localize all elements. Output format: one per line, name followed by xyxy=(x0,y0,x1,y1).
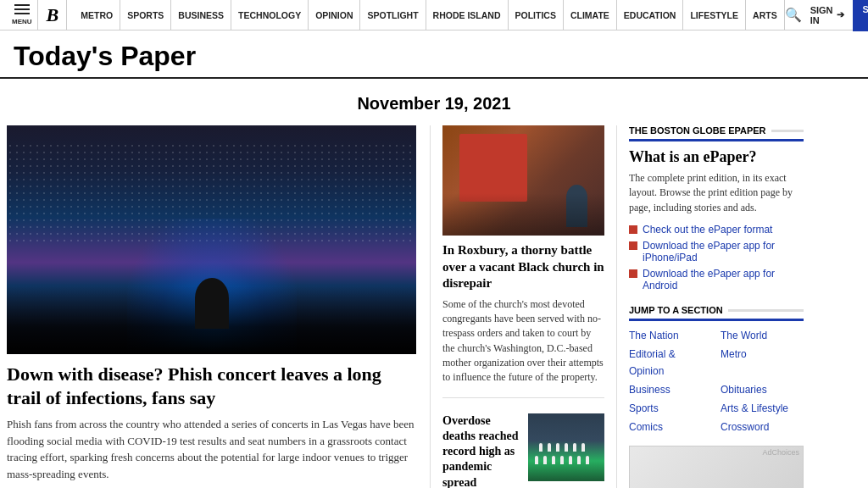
menu-label: MENU xyxy=(12,18,32,25)
nav-lifestyle[interactable]: LIFESTYLE xyxy=(683,0,746,30)
article2-text: Overdose deaths reached record high as p… xyxy=(442,413,521,488)
top-navigation: MENU B METRO SPORTS BUSINESS TECHNOLOGY … xyxy=(0,0,868,30)
grave xyxy=(577,456,581,464)
grave xyxy=(539,443,542,452)
grave xyxy=(565,443,568,452)
epaper-link-format[interactable]: Check out the ePaper format xyxy=(629,224,804,236)
sign-in-button[interactable]: SIGN IN ➔ xyxy=(810,5,844,25)
grave xyxy=(573,443,576,452)
nav-technology[interactable]: TECHNOLOGY xyxy=(231,0,309,30)
image-overlay xyxy=(442,193,604,236)
grave xyxy=(569,456,572,464)
red-square-icon xyxy=(629,269,637,278)
jump-links-grid: The Nation The World Editorial & Opinion… xyxy=(629,328,804,435)
grave xyxy=(535,456,538,464)
nav-opinion[interactable]: OPINION xyxy=(309,0,360,30)
hamburger-line xyxy=(14,8,30,10)
ad-choices-label: AdChoices xyxy=(762,448,799,457)
epaper-section: THE BOSTON GLOBE EPAPER What is an ePape… xyxy=(629,125,804,291)
epaper-description: The complete print edition, in its exact… xyxy=(629,171,804,215)
nav-education[interactable]: EDUCATION xyxy=(617,0,684,30)
grave xyxy=(556,443,559,452)
main-article-image xyxy=(7,125,416,354)
epaper-title: What is an ePaper? xyxy=(629,148,804,166)
site-logo[interactable]: B xyxy=(37,0,68,30)
article1-headline[interactable]: In Roxbury, a thorny battle over a vacan… xyxy=(442,242,604,292)
epaper-link-iphone[interactable]: Download the ePaper app for iPhone/iPad xyxy=(629,240,804,263)
main-article-body: Phish fans from across the country who a… xyxy=(7,416,416,482)
right-column: THE BOSTON GLOBE EPAPER What is an ePape… xyxy=(617,125,804,488)
jump-the-world[interactable]: The World xyxy=(721,328,804,344)
nav-sports[interactable]: SPORTS xyxy=(120,0,171,30)
hamburger-line xyxy=(14,4,30,6)
article2-image xyxy=(528,413,604,481)
jump-obituaries[interactable]: Obituaries xyxy=(721,382,804,398)
search-icon[interactable]: 🔍 xyxy=(785,7,802,23)
jump-editorial[interactable]: Editorial & Opinion xyxy=(629,347,712,379)
jump-comics[interactable]: Comics xyxy=(629,419,712,435)
middle-column: In Roxbury, a thorny battle over a vacan… xyxy=(431,125,617,488)
article2-container: Overdose deaths reached record high as p… xyxy=(442,410,604,488)
jump-sports[interactable]: Sports xyxy=(629,401,712,417)
subscribe-button[interactable]: SUBSCRIBE NOW $1 for 6 months xyxy=(853,0,868,31)
nav-business[interactable]: BUSINESS xyxy=(171,0,231,30)
nav-metro[interactable]: METRO xyxy=(74,0,120,30)
grave xyxy=(552,456,555,464)
publication-date: November 19, 2021 xyxy=(0,79,868,125)
left-column: Down with disease? Phish concert leaves … xyxy=(7,125,431,488)
main-content: Down with disease? Phish concert leaves … xyxy=(0,125,868,488)
article1-image xyxy=(442,125,604,236)
main-article-headline[interactable]: Down with disease? Phish concert leaves … xyxy=(7,363,416,409)
nav-spotlight[interactable]: SPOTLIGHT xyxy=(360,0,426,30)
jump-arts-lifestyle[interactable]: Arts & Lifestyle xyxy=(721,401,804,417)
grave-rows xyxy=(528,430,604,481)
jump-business[interactable]: Business xyxy=(629,382,712,398)
person-silhouette xyxy=(195,278,229,329)
nav-right-actions: 🔍 SIGN IN ➔ SUBSCRIBE NOW $1 for 6 month… xyxy=(785,0,868,31)
epaper-link-android[interactable]: Download the ePaper app for Android xyxy=(629,268,804,291)
grave xyxy=(586,456,589,464)
grave xyxy=(548,443,551,452)
red-square-icon xyxy=(629,241,637,250)
hamburger-line xyxy=(14,13,30,14)
page-title: Today's Paper xyxy=(14,41,854,72)
article1-body: Some of the church's most devoted congre… xyxy=(442,297,604,398)
jump-crossword[interactable]: Crossword xyxy=(721,419,804,435)
jump-to-section: JUMP TO A SECTION The Nation The World E… xyxy=(629,305,804,435)
page-title-section: Today's Paper xyxy=(0,30,868,79)
church-building xyxy=(459,134,527,202)
menu-button[interactable]: MENU xyxy=(7,1,37,29)
jump-the-nation[interactable]: The Nation xyxy=(629,328,712,344)
nav-climate[interactable]: CLIMATE xyxy=(564,0,617,30)
grave xyxy=(581,443,585,452)
article2-headline[interactable]: Overdose deaths reached record high as p… xyxy=(442,413,521,488)
nav-rhode-island[interactable]: RHODE ISLAND xyxy=(426,0,509,30)
jump-label: JUMP TO A SECTION xyxy=(629,305,804,321)
red-square-icon xyxy=(629,225,637,234)
grave xyxy=(543,456,547,464)
nav-politics[interactable]: POLITICS xyxy=(509,0,564,30)
jump-metro[interactable]: Metro xyxy=(721,347,804,379)
epaper-label: THE BOSTON GLOBE EPAPER xyxy=(629,125,804,141)
grave xyxy=(560,456,564,464)
advertisement-box: AdChoices xyxy=(629,446,804,488)
nav-arts[interactable]: ARTS xyxy=(746,0,785,30)
nav-links-container: METRO SPORTS BUSINESS TECHNOLOGY OPINION… xyxy=(67,0,784,30)
